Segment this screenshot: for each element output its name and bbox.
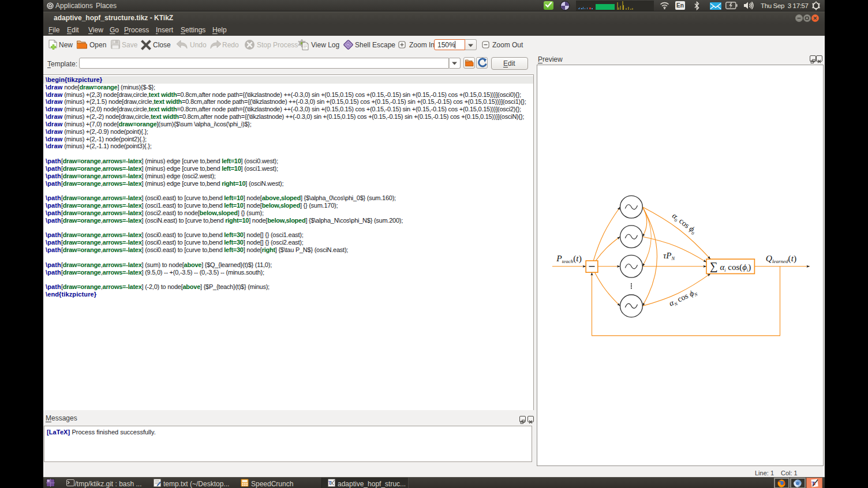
svg-text:∑ αi cos(ϕi): ∑ αi cos(ϕi) bbox=[710, 260, 751, 273]
svg-text:Pteach(t): Pteach(t) bbox=[556, 253, 582, 264]
svg-text:τPN: τPN bbox=[663, 251, 676, 261]
svg-text:α0 cos ϕ0: α0 cos ϕ0 bbox=[670, 211, 698, 235]
svg-text:T: T bbox=[328, 481, 332, 486]
svg-text:Qlearned(t): Qlearned(t) bbox=[766, 253, 796, 264]
